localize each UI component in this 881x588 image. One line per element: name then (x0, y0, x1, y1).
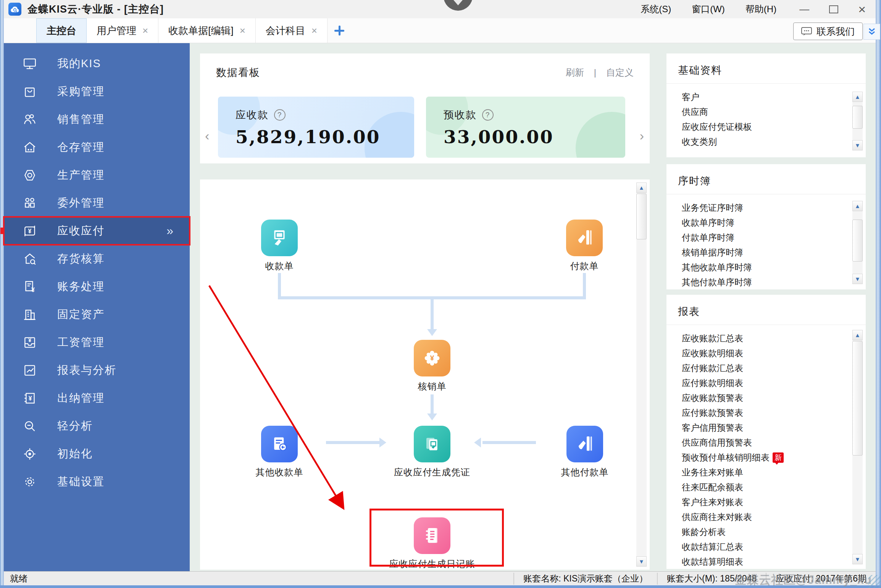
building-icon (22, 307, 37, 322)
tab-close-icon[interactable]: × (240, 25, 245, 37)
list-item[interactable]: 收款结算明细表 (682, 554, 866, 569)
sidebar-item-stock-accounting[interactable]: 存货核算 (4, 245, 190, 273)
flow-node-verification[interactable]: ¥ 核销单 (375, 340, 489, 393)
flow-node-other-payment[interactable]: 其他付款单 (528, 426, 642, 478)
refresh-button[interactable]: 刷新 (566, 66, 584, 79)
sidebar-item-my-kis[interactable]: 我的KIS (4, 50, 190, 78)
tab-close-icon[interactable]: × (142, 25, 148, 37)
list-item[interactable]: 业务往来对账单 (682, 465, 866, 480)
sidebar-item-cashier[interactable]: ¥ 出纳管理 (4, 384, 190, 412)
sidebar-item-reports-analysis[interactable]: 报表与分析 (4, 356, 190, 384)
list-item[interactable]: 往来匹配余额表 (682, 480, 866, 495)
tab-accounting-subjects[interactable]: 会计科目 × (256, 18, 328, 43)
carousel-next-icon[interactable]: › (640, 128, 644, 143)
carousel-prev-icon[interactable]: ‹ (205, 128, 209, 143)
scroll-up-icon[interactable]: ▲ (636, 183, 647, 193)
scroll-thumb[interactable] (852, 220, 863, 262)
collapse-toolbar-button[interactable] (863, 24, 880, 40)
list-item[interactable]: 核销单据序时簿 (682, 245, 866, 260)
sidebar-item-initialization[interactable]: 初始化 (4, 440, 190, 468)
tab-receipt-edit[interactable]: 收款单据[编辑] × (158, 18, 256, 43)
sidebar-item-account-processing[interactable]: ¥ 账务处理 (4, 273, 190, 300)
list-item[interactable]: 供应商信用预警表 (682, 435, 866, 450)
flow-node-payment[interactable]: 付款单 (527, 220, 642, 272)
scroll-thumb[interactable] (852, 106, 863, 129)
svg-text:¥: ¥ (29, 395, 32, 402)
help-icon[interactable]: ? (274, 109, 286, 121)
help-icon[interactable]: ? (482, 109, 494, 121)
top-collapse-notch[interactable] (444, 0, 473, 11)
scroll-track[interactable] (636, 193, 647, 556)
sidebar-item-inventory[interactable]: 仓存管理 (4, 133, 190, 161)
list-item-with-badge[interactable]: 预收预付单核销明细表 新 (682, 450, 866, 465)
list-item[interactable]: 供应商往来对账表 (682, 510, 866, 525)
flow-scrollbar[interactable]: ▲ ▼ (636, 183, 647, 567)
close-button[interactable]: × (858, 3, 866, 16)
flow-node-other-receipt[interactable]: 其他收款单 (222, 426, 337, 478)
sidebar-item-fixed-assets[interactable]: 固定资产 (4, 300, 190, 328)
customize-button[interactable]: 自定义 (606, 66, 634, 79)
scroll-down-icon[interactable]: ▼ (852, 274, 863, 284)
sidebar-item-basic-settings[interactable]: 基础设置 (4, 468, 190, 496)
scroll-track[interactable] (852, 340, 863, 554)
scroll-thumb[interactable] (636, 194, 647, 239)
payment-hand-icon (566, 426, 603, 462)
list-item[interactable]: 应收账款明细表 (682, 346, 866, 361)
list-item[interactable]: 应收账款汇总表 (682, 331, 866, 346)
window-border-right (876, 0, 881, 588)
sidebar-item-purchase[interactable]: 采购管理 (4, 78, 190, 105)
list-item[interactable]: 账龄分析表 (682, 525, 866, 540)
tab-user-management[interactable]: 用户管理 × (87, 18, 158, 43)
sidebar-item-production[interactable]: 生产管理 (4, 161, 190, 189)
tab-main-console[interactable]: 主控台 (36, 18, 87, 43)
scroll-thumb[interactable] (852, 341, 863, 456)
scroll-down-icon[interactable]: ▼ (636, 556, 647, 567)
list-item-supplier[interactable]: 供应商 (682, 105, 866, 120)
menu-window[interactable]: 窗口(W) (692, 3, 725, 15)
pre-receipt-card[interactable]: 预收款 ? 33,000.00 (426, 97, 625, 158)
sidebar-item-sales[interactable]: 销售管理 (4, 105, 190, 133)
scroll-track[interactable] (852, 102, 863, 140)
scroll-up-icon[interactable]: ▲ (852, 201, 863, 211)
scroll-up-icon[interactable]: ▲ (852, 330, 863, 340)
list-item[interactable]: 业务凭证序时簿 (682, 200, 866, 215)
sidebar-item-light-analysis[interactable]: 轻分析 (4, 412, 190, 440)
panel-scrollbar[interactable]: ▲ ▼ (852, 330, 863, 564)
list-item[interactable]: 其他收款单序时簿 (682, 260, 866, 275)
sidebar-item-payroll[interactable]: ¥ 工资管理 (4, 328, 190, 356)
sidebar-item-label: 存货核算 (57, 251, 105, 267)
scroll-track[interactable] (852, 211, 863, 274)
add-tab-button[interactable] (328, 18, 351, 43)
menu-help[interactable]: 帮助(H) (745, 3, 776, 15)
list-item-customer[interactable]: 客户 (682, 90, 866, 105)
menu-system[interactable]: 系统(S) (641, 3, 671, 15)
list-item[interactable]: 应付账款汇总表 (682, 361, 866, 376)
panel-scrollbar[interactable]: ▲ ▼ (852, 92, 863, 150)
list-item-income-expense-type[interactable]: 收支类别 (682, 134, 866, 149)
list-item[interactable]: 客户信用预警表 (682, 420, 866, 435)
panel-scrollbar[interactable]: ▲ ▼ (852, 201, 863, 284)
list-item[interactable]: 收款结算汇总表 (682, 540, 866, 554)
list-item-voucher-template[interactable]: 应收应付凭证模板 (682, 120, 866, 134)
modules-icon (22, 195, 37, 211)
expand-chevron-icon[interactable]: » (166, 224, 172, 238)
maximize-button[interactable] (829, 5, 838, 13)
list-item[interactable]: 收款单序时簿 (682, 215, 866, 230)
receivable-card[interactable]: 应收款 ? 5,829,190.00 (218, 97, 414, 158)
contact-us-button[interactable]: 联系我们 (793, 23, 863, 40)
scroll-up-icon[interactable]: ▲ (852, 92, 863, 102)
flow-node-generate-voucher[interactable]: 应收应付生成凭证 (375, 426, 489, 478)
minimize-button[interactable]: — (799, 4, 809, 14)
list-item[interactable]: 应收账款预警表 (682, 391, 866, 405)
scroll-down-icon[interactable]: ▼ (852, 140, 863, 150)
scroll-down-icon[interactable]: ▼ (852, 554, 863, 564)
list-item[interactable]: 客户往来对账表 (682, 495, 866, 510)
tab-close-icon[interactable]: × (311, 25, 317, 37)
list-item[interactable]: 付款单序时簿 (682, 230, 866, 245)
flow-node-receipt[interactable]: 收款单 (222, 220, 337, 272)
sidebar-item-receivable-payable[interactable]: ¥ 应收应付 » (4, 217, 190, 245)
list-item[interactable]: 应付账款预警表 (682, 405, 866, 420)
sidebar-item-outsourcing[interactable]: 委外管理 (4, 189, 190, 217)
list-item[interactable]: 其他付款单序时簿 (682, 275, 866, 290)
list-item[interactable]: 应付账款明细表 (682, 376, 866, 391)
